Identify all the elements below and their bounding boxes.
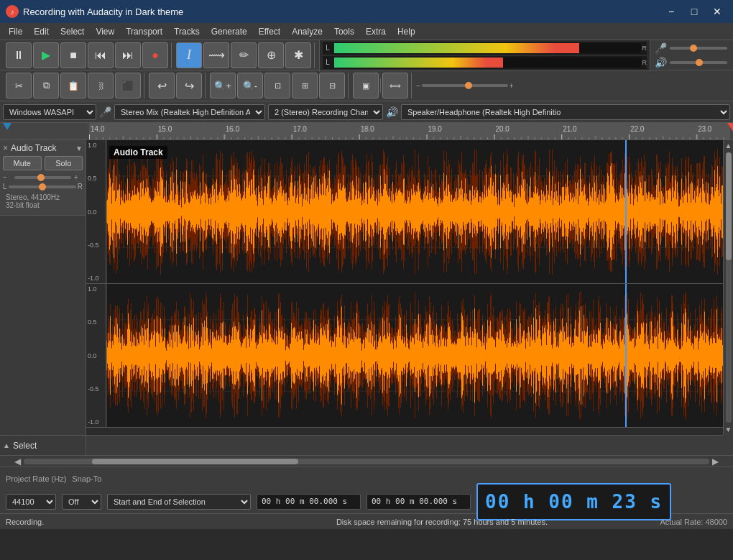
draw-tool-button[interactable]: ✏ xyxy=(231,42,257,68)
timeline-ruler xyxy=(0,123,733,140)
redo-button[interactable]: ↪ xyxy=(176,73,202,98)
end-marker xyxy=(727,123,733,132)
pause-button[interactable]: ⏸ xyxy=(6,42,32,68)
undo-button[interactable]: ↩ xyxy=(149,73,175,98)
scale-1-mid: 0.0 xyxy=(88,208,104,216)
window-title: Recording with Audacity in Dark theme xyxy=(23,6,661,17)
play-button[interactable]: ▶ xyxy=(33,42,59,68)
hscroll-left-button[interactable]: ◀ xyxy=(11,456,24,467)
paste-button[interactable]: 📋 xyxy=(60,73,86,98)
menu-item-analyze[interactable]: Analyze xyxy=(286,25,328,38)
trim-button[interactable]: ⧚ xyxy=(88,73,114,98)
scale-2-mid: 0.0 xyxy=(88,352,104,359)
hscroll-right-button[interactable]: ▶ xyxy=(709,456,722,467)
track-close-button[interactable]: × xyxy=(3,143,8,153)
channel-2-scale: 1.0 0.5 0.0 -0.5 -1.0 xyxy=(86,284,106,427)
mute-button[interactable]: Mute xyxy=(3,156,42,170)
zoom-extra-button[interactable]: ⟺ xyxy=(382,73,408,98)
menu-item-effect[interactable]: Effect xyxy=(253,25,286,38)
track-dropdown-button[interactable]: ▼ xyxy=(75,144,83,152)
gain-track-slider[interactable] xyxy=(14,176,71,179)
select-row-scrollbar-space xyxy=(723,435,733,455)
zoom-tool-button[interactable]: ⊕ xyxy=(258,42,284,68)
multi-tool-button[interactable]: ✱ xyxy=(285,42,311,68)
menu-item-extra[interactable]: Extra xyxy=(360,25,392,38)
pan-slider[interactable] xyxy=(9,185,76,188)
ruler-canvas xyxy=(89,123,730,140)
menu-item-help[interactable]: Help xyxy=(392,25,421,38)
selection-end-input[interactable] xyxy=(366,494,471,510)
output-gain-slider[interactable] xyxy=(670,61,727,64)
extra-zoom-section: ▣ ⟺ xyxy=(350,73,412,98)
main-gain-slider[interactable] xyxy=(422,84,508,87)
gain-minus-icon: − xyxy=(3,173,11,181)
pan-thumb xyxy=(39,183,46,191)
envelope-tool-button[interactable]: ⟿ xyxy=(203,42,229,68)
zoom-undo-button[interactable]: ⊟ xyxy=(319,73,345,98)
menu-item-select[interactable]: Select xyxy=(55,25,90,38)
menu-item-view[interactable]: View xyxy=(90,25,120,38)
devicebar: Windows WASAPI 🎤 Stereo Mix (Realtek Hig… xyxy=(0,101,733,123)
select-tool-button[interactable]: I xyxy=(176,42,202,68)
cut-button[interactable]: ✂ xyxy=(6,73,32,98)
output-device-select[interactable]: Speaker/Headphone (Realtek High Definiti… xyxy=(401,104,730,120)
input-device-select[interactable]: Stereo Mix (Realtek High Definition Audi… xyxy=(114,104,265,120)
track-name-label: Audio Track xyxy=(11,143,73,153)
channels-select[interactable]: 2 (Stereo) Recording Chann xyxy=(268,104,383,120)
api-select[interactable]: Windows WASAPI xyxy=(3,104,96,120)
vu-out-l-label: L xyxy=(323,58,333,66)
menu-item-edit[interactable]: Edit xyxy=(28,25,55,38)
zoom-out-button[interactable]: 🔍- xyxy=(237,73,263,98)
silence-button[interactable]: ⬛ xyxy=(115,73,141,98)
record-button[interactable]: ● xyxy=(142,42,168,68)
project-rate-select[interactable]: 44100 xyxy=(6,494,56,510)
undo-section: ↩ ↪ xyxy=(146,73,206,98)
minimize-button[interactable]: − xyxy=(661,4,681,19)
selection-start-input[interactable] xyxy=(257,494,361,510)
menu-item-generate[interactable]: Generate xyxy=(206,25,253,38)
snap-to-select[interactable]: Off xyxy=(62,494,101,510)
zoom-fit-button[interactable]: ⊡ xyxy=(264,73,290,98)
scale-2-half-bot: -0.5 xyxy=(88,385,104,393)
track-info-line2: 32-bit float xyxy=(6,201,80,209)
vscroll-up-button[interactable]: ▲ xyxy=(725,140,732,151)
solo-button[interactable]: Solo xyxy=(45,156,83,170)
scale-2-half-top: 0.5 xyxy=(88,318,104,326)
main-track-area: × Audio Track ▼ Mute Solo − + L R xyxy=(0,140,733,435)
vu-meter-input: L R xyxy=(323,42,647,55)
close-button[interactable]: ✕ xyxy=(707,4,727,19)
vu-fill-out-l xyxy=(334,58,503,68)
next-button[interactable]: ⏭ xyxy=(115,42,141,68)
menu-item-file[interactable]: File xyxy=(3,25,28,38)
collapse-button[interactable]: ▣ xyxy=(353,73,379,98)
app-icon: ♪ xyxy=(6,5,19,18)
menu-item-transport[interactable]: Transport xyxy=(120,25,168,38)
zoom-selection-button[interactable]: ⊞ xyxy=(292,73,318,98)
ruler-ticks xyxy=(3,123,730,140)
zoom-in-button[interactable]: 🔍+ xyxy=(210,73,236,98)
status-actual-rate: Actual Rate: 48000 xyxy=(660,518,727,526)
menu-item-tracks[interactable]: Tracks xyxy=(168,25,206,38)
selection-mode-select[interactable]: Start and End of Selection xyxy=(107,494,251,510)
prev-button[interactable]: ⏮ xyxy=(88,42,114,68)
level-controls: 🎤 🔊 xyxy=(652,42,730,68)
vscroll-down-button[interactable]: ▼ xyxy=(725,424,732,435)
track-title-overlay: Audio Track xyxy=(109,146,167,159)
track-info: Stereo, 44100Hz 32-bit float xyxy=(3,191,83,212)
menu-item-tools[interactable]: Tools xyxy=(328,25,360,38)
select-button[interactable]: ▲ Select xyxy=(3,441,37,451)
track-header: × Audio Track ▼ Mute Solo − + L R xyxy=(0,140,86,216)
waveform-channel-1[interactable]: 1.0 0.5 0.0 -0.5 -1.0 Audio Track xyxy=(86,140,723,284)
vu-bar-l xyxy=(334,43,641,53)
waveform-channel-2[interactable]: 1.0 0.5 0.0 -0.5 -1.0 xyxy=(86,284,723,428)
mic-icon: 🎤 xyxy=(655,42,667,54)
mic-gain-slider[interactable] xyxy=(670,47,727,50)
titlebar: ♪ Recording with Audacity in Dark theme … xyxy=(0,0,733,23)
window-controls: − □ ✕ xyxy=(661,4,727,19)
copy-button[interactable]: ⧉ xyxy=(33,73,59,98)
stop-button[interactable]: ■ xyxy=(60,42,86,68)
zoom-section: 🔍+ 🔍- ⊡ ⊞ ⊟ xyxy=(207,73,349,98)
maximize-button[interactable]: □ xyxy=(684,4,704,19)
horizontal-scrollbar[interactable]: ◀ ▶ xyxy=(0,455,733,467)
vertical-scrollbar[interactable]: ▲ ▼ xyxy=(723,140,733,435)
